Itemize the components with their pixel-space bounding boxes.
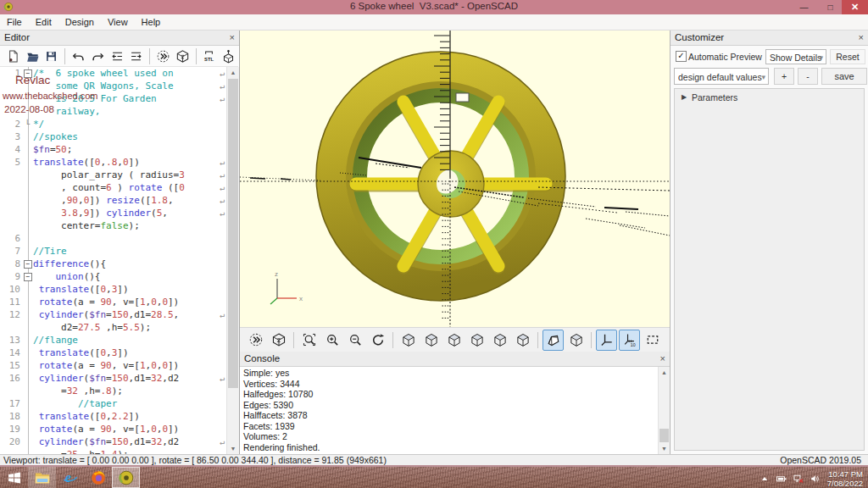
view-right-button[interactable] [398, 330, 419, 351]
view-all-button[interactable] [642, 330, 663, 351]
code-text: polar_array ( radius=3 [33, 169, 226, 181]
taskbar-explorer-button[interactable] [28, 467, 56, 488]
editor-close-icon[interactable]: × [230, 30, 235, 45]
save-preset-button[interactable]: save preset [821, 68, 867, 85]
code-text: some QR Wagons, Scale [33, 80, 226, 92]
editor-header: Editor × [0, 30, 239, 46]
view-center-button[interactable] [565, 330, 587, 351]
scale-marker-box [456, 93, 469, 102]
expand-arrow-icon[interactable]: ▶ [682, 93, 687, 101]
preview-button[interactable] [245, 330, 266, 351]
code-row: 14 translate([0,3]) [0, 347, 226, 359]
menu-file[interactable]: File [0, 17, 29, 27]
zoom-in-button[interactable] [321, 330, 342, 351]
view-top-icon [424, 332, 439, 347]
menu-edit[interactable]: Edit [29, 17, 58, 27]
code-text: translate([0,3]) [33, 283, 226, 296]
customizer-close-icon[interactable]: × [859, 30, 864, 45]
open-button[interactable] [24, 46, 42, 67]
render-button[interactable] [268, 330, 289, 351]
scroll-up-icon[interactable]: ▲ [227, 67, 239, 78]
menu-view[interactable]: View [101, 17, 135, 27]
fold-margin [23, 283, 33, 296]
3d-viewport[interactable]: z x [240, 30, 670, 327]
scroll-down-icon[interactable]: ▼ [227, 443, 239, 454]
zoom-all-button[interactable] [298, 330, 320, 351]
line-number: 5 [0, 156, 23, 169]
console-scroll-thumb[interactable] [659, 429, 669, 442]
add-preset-button[interactable]: + [774, 68, 794, 85]
view-front-button[interactable] [489, 330, 510, 351]
tray-battery-button[interactable] [773, 470, 790, 487]
close-button[interactable]: ✕ [842, 0, 868, 14]
console-close-icon[interactable]: × [660, 352, 665, 366]
code-text: /* 6 spoke wheel used on [33, 67, 226, 80]
toolbar-separator [196, 48, 197, 64]
indent-button[interactable] [128, 46, 146, 67]
fold-margin [23, 92, 33, 105]
show-details-dropdown[interactable]: Show Details▾ [765, 49, 826, 64]
render-button[interactable] [174, 46, 192, 67]
editor-scroll-thumb[interactable] [228, 79, 238, 388]
remove-preset-button[interactable]: - [798, 68, 818, 85]
new-file-icon [6, 49, 20, 64]
code-text: rotate(a = 90, v=[1,0,0]) [33, 423, 226, 435]
taskbar-clock[interactable]: 10:47 PM 7/08/2022 [827, 469, 863, 488]
line-number: 1 [0, 67, 23, 80]
view-back-button[interactable] [512, 330, 533, 351]
line-number: 10 [0, 283, 23, 296]
taskbar-firefox-button[interactable] [84, 467, 112, 488]
taskbar-openscad-button[interactable] [112, 467, 140, 488]
maximize-button[interactable]: □ [819, 0, 842, 14]
console-scroll-up-icon[interactable]: ▲ [659, 367, 670, 378]
preview-button[interactable] [154, 46, 172, 67]
fold-collapse-icon[interactable] [24, 69, 32, 78]
console-output[interactable]: Simple: yesVertices: 3444Halfedges: 1078… [243, 368, 656, 454]
show-scale-markers-icon [622, 332, 637, 347]
show-scale-markers-button[interactable] [619, 330, 640, 351]
fold-margin [23, 296, 33, 308]
redo-button[interactable] [89, 46, 107, 67]
undo-button[interactable] [70, 46, 87, 67]
tray-tray-expand-button[interactable] [756, 470, 773, 487]
view-perspective-button[interactable] [542, 330, 564, 351]
show-axes-icon [599, 332, 615, 347]
line-number: 14 [0, 347, 23, 359]
fold-collapse-icon[interactable] [24, 260, 32, 269]
code-text: is 20.5 For Garden [33, 92, 226, 105]
code-text: $fn=50; [33, 143, 226, 156]
zoom-out-button[interactable] [344, 330, 365, 351]
view-all-icon [645, 332, 660, 347]
tray-network-error-button[interactable] [790, 470, 807, 487]
console-line: Rendering finished. [243, 442, 656, 453]
minimize-button[interactable]: — [793, 0, 815, 14]
code-text [33, 232, 226, 245]
unindent-button[interactable] [108, 46, 126, 67]
view-top-button[interactable] [420, 330, 442, 351]
export-stl-button[interactable] [200, 46, 218, 67]
export-image-button[interactable] [220, 46, 237, 67]
taskbar-start-button[interactable] [0, 467, 28, 488]
code-editor[interactable]: 1/* 6 spoke wheel used on some QR Wagons… [0, 67, 226, 454]
new-file-button[interactable] [4, 46, 22, 67]
console-scrollbar[interactable]: ▲ ▼ [658, 367, 670, 454]
title-bar[interactable]: 6 Spoke wheel V3.scad* - OpenSCAD — □ ✕ [0, 0, 868, 14]
preset-dropdown[interactable]: design default values▾ [674, 68, 769, 85]
console-line: Volumes: 2 [243, 431, 656, 442]
view-bottom-button[interactable] [443, 330, 465, 351]
view-left-button[interactable] [466, 330, 487, 351]
reset-button[interactable]: Reset [830, 49, 865, 64]
save-button[interactable] [43, 46, 61, 67]
show-axes-button[interactable] [596, 330, 617, 351]
code-text: //taper [33, 397, 226, 410]
reset-view-button[interactable] [367, 330, 388, 351]
automatic-preview-checkbox[interactable]: ✓ [676, 51, 687, 62]
fold-collapse-icon[interactable] [24, 273, 32, 281]
console-scroll-down-icon[interactable]: ▼ [659, 443, 670, 454]
menu-help[interactable]: Help [135, 17, 168, 27]
menu-design[interactable]: Design [58, 17, 101, 27]
tray-volume-button[interactable] [807, 470, 824, 487]
editor-scrollbar[interactable]: ▲ ▼ [226, 67, 239, 454]
taskbar-internet-explorer-button[interactable] [56, 467, 84, 488]
code-row: 3//spokes [0, 130, 226, 143]
